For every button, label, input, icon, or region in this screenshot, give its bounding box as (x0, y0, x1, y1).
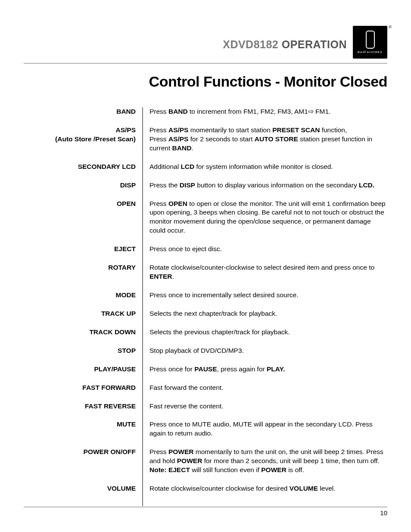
control-label: TRACK UP (24, 309, 142, 318)
control-label: MUTE (24, 420, 142, 438)
control-label: MODE (24, 291, 142, 300)
control-description: Rotate clockwise/counter-clockwise to se… (143, 263, 387, 281)
control-description: Additional LCD for system information wh… (143, 162, 387, 171)
control-functions-table: BANDPress BAND to increment from FM1, FM… (24, 107, 387, 493)
page-header: XDVD8182 OPERATION audio•video (24, 26, 387, 59)
control-label: POWER ON/OFF (24, 448, 142, 475)
control-label: VOLUME (24, 484, 142, 493)
control-label: PLAY/PAUSE (24, 365, 142, 374)
control-description: Fast reverse the content. (143, 402, 387, 411)
page-number: 10 (24, 507, 387, 516)
control-row: FAST FORWARDFast forward the content. (24, 383, 387, 392)
control-row: MUTEPress once to MUTE audio, MUTE will … (24, 420, 387, 438)
control-label: AS/PS(Auto Store /Preset Scan) (24, 126, 142, 153)
control-description: Press POWER momentarily to turn the unit… (143, 448, 387, 475)
control-description: Selects the next chapter/track for playb… (143, 309, 387, 318)
control-row: POWER ON/OFFPress POWER momentarily to t… (24, 448, 387, 475)
control-description: Press once to incrementally select desir… (143, 291, 387, 300)
control-description: Press once for PAUSE, press again for PL… (143, 365, 387, 374)
control-row: STOPStop playback of DVD/CD/MP3. (24, 346, 387, 355)
control-row: TRACK UPSelects the next chapter/track f… (24, 309, 387, 318)
control-label: TRACK DOWN (24, 328, 142, 337)
control-row: EJECTPress once to eject disc. (24, 245, 387, 254)
section-title: Control Functions - Monitor Closed (24, 73, 387, 90)
control-description: Rotate clockwise/counter clockwise for d… (143, 484, 387, 493)
brand-logo: audio•video (353, 26, 387, 59)
control-row: TRACK DOWNSelects the previous chapter/t… (24, 328, 387, 337)
control-label: BAND (24, 107, 142, 116)
control-description: Press BAND to increment from FM1, FM2, F… (143, 107, 387, 116)
control-label: DISP (24, 181, 142, 190)
control-row: MODEPress once to incrementally select d… (24, 291, 387, 300)
control-label: OPEN (24, 199, 142, 236)
control-row: PLAY/PAUSEPress once for PAUSE, press ag… (24, 365, 387, 374)
control-row: SECONDARY LCDAdditional LCD for system i… (24, 162, 387, 171)
logo-bars-icon (366, 31, 375, 49)
control-row: AS/PS(Auto Store /Preset Scan)Press AS/P… (24, 126, 387, 153)
logo-subtext: audio•video (358, 50, 383, 54)
control-label: STOP (24, 346, 142, 355)
page-footer: 10 (24, 507, 387, 516)
header-section: OPERATION (282, 38, 347, 50)
control-description: Press AS/PS momentarily to start station… (143, 126, 387, 153)
control-description: Fast forward the content. (143, 383, 387, 392)
control-label: ROTARY (24, 263, 142, 281)
control-label: FAST FORWARD (24, 383, 142, 392)
control-row: BANDPress BAND to increment from FM1, FM… (24, 107, 387, 116)
control-label: SECONDARY LCD (24, 162, 142, 171)
control-description: Selects the previous chapter/track for p… (143, 328, 387, 337)
header-model: XDVD8182 (223, 38, 278, 50)
control-description: Press once to MUTE audio, MUTE will appe… (143, 420, 387, 438)
control-row: OPENPress OPEN to open or close the moni… (24, 199, 387, 236)
control-row: FAST REVERSEFast reverse the content. (24, 402, 387, 411)
control-row: ROTARYRotate clockwise/counter-clockwise… (24, 263, 387, 281)
control-description: Stop playback of DVD/CD/MP3. (143, 346, 387, 355)
control-label: EJECT (24, 245, 142, 254)
control-description: Press the DISP button to display various… (143, 181, 387, 190)
control-row: VOLUMERotate clockwise/counter clockwise… (24, 484, 387, 493)
control-row: DISPPress the DISP button to display var… (24, 181, 387, 190)
control-description: Press OPEN to open or close the monitor.… (143, 199, 387, 236)
header-divider (24, 63, 387, 64)
header-text: XDVD8182 OPERATION (223, 38, 347, 59)
control-label: FAST REVERSE (24, 402, 142, 411)
control-description: Press once to eject disc. (143, 245, 387, 254)
continuous-vertical-rule (142, 107, 143, 506)
